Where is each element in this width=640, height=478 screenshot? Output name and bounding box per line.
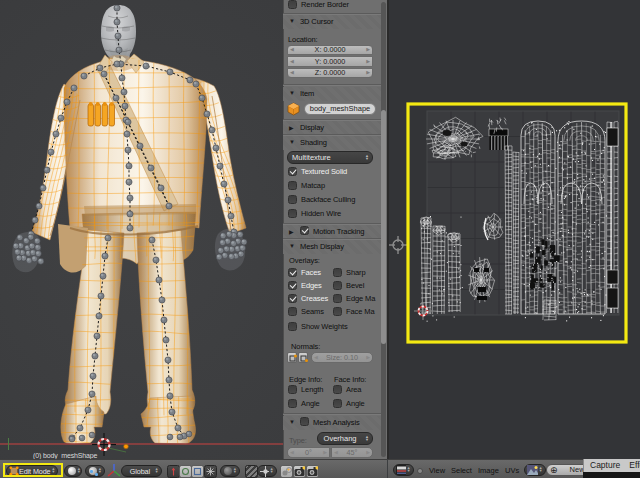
svg-text:+: + [287,466,291,472]
svg-text:(0) body_meshShape: (0) body_meshShape [33,452,97,460]
